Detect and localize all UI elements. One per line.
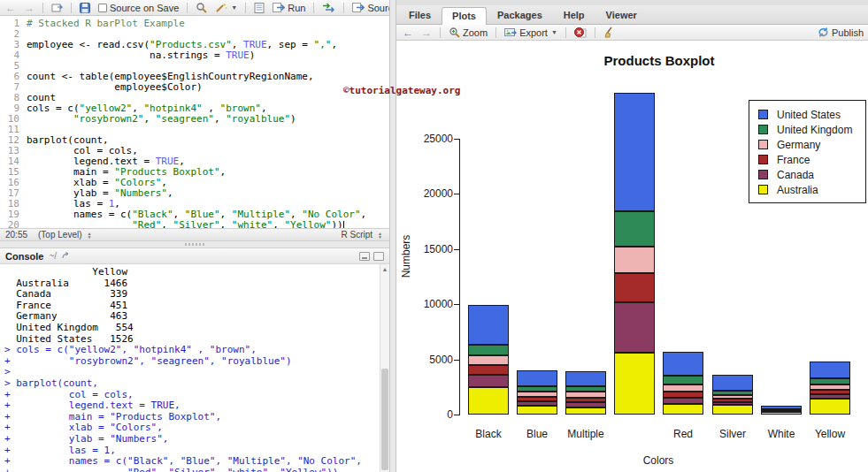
legend-label: Canada xyxy=(777,169,814,181)
legend-swatch xyxy=(758,185,768,194)
legend-swatch xyxy=(758,140,768,149)
plot-canvas: Products Boxplot Numbers Colors 05000100… xyxy=(396,41,868,472)
editor-line[interactable]: 10 "rosybrown2", "seagreen", "royalblue"… xyxy=(0,114,389,125)
zoom-button[interactable]: Zoom xyxy=(447,26,489,39)
bar-segment xyxy=(468,365,509,375)
bar-segment xyxy=(712,399,753,402)
export-button[interactable]: Export ▼ xyxy=(503,27,559,39)
next-plot-button[interactable]: → xyxy=(419,27,434,38)
editor-line[interactable]: 4 na.strings = TRUE) xyxy=(0,50,389,61)
bar-segment xyxy=(810,390,850,395)
bar-segment xyxy=(712,395,753,399)
separator xyxy=(42,3,43,13)
tab-help[interactable]: Help xyxy=(553,6,595,24)
source-console-pane: ← → Source on Save ▼ Run xyxy=(0,0,389,472)
forward-button[interactable]: → xyxy=(22,3,36,13)
source-icon xyxy=(352,3,365,12)
separator xyxy=(245,3,246,13)
separator xyxy=(565,27,566,38)
file-type-label: R Script xyxy=(341,230,373,240)
legend-label: Australia xyxy=(777,184,818,196)
open-in-new-window-button[interactable] xyxy=(50,2,65,13)
source-toolbar: ← → Source on Save ▼ Run xyxy=(0,0,389,16)
bar-segment xyxy=(712,391,753,395)
zoom-magnifier-icon xyxy=(449,27,460,38)
bar-segment xyxy=(712,375,753,391)
bar-segment xyxy=(810,384,850,390)
bar-segment xyxy=(614,353,655,415)
minimize-button[interactable] xyxy=(359,252,370,261)
legend-item: United Kingdom xyxy=(758,122,860,137)
editor-code[interactable]: 1# Stacked R barPlot Example23employee <… xyxy=(0,16,389,228)
bar-segment xyxy=(663,398,703,404)
bar-segment xyxy=(761,406,802,409)
console-window-buttons xyxy=(359,252,384,261)
splitter-grip xyxy=(185,243,204,246)
bar-segment xyxy=(663,376,703,384)
forward-icon: → xyxy=(421,28,432,37)
find-replace-button[interactable] xyxy=(194,1,209,14)
back-button[interactable]: ← xyxy=(4,3,18,13)
legend-swatch xyxy=(758,125,768,134)
previous-plot-button[interactable]: ← xyxy=(401,27,415,38)
publish-button[interactable]: Publish xyxy=(818,27,864,38)
console-line: + names = c("Black", "Blue", "Multiple",… xyxy=(4,456,380,468)
source-on-save-toggle[interactable]: Source on Save xyxy=(96,2,181,14)
tab-viewer[interactable]: Viewer xyxy=(595,6,648,24)
separator xyxy=(313,3,314,13)
updown-icon: ▲▼ xyxy=(88,232,92,239)
console-scrollbar[interactable]: ▲ xyxy=(380,264,389,472)
console-output[interactable]: Yellow Australia 1466 Canada 339 France … xyxy=(0,264,380,472)
bar-segment xyxy=(565,371,606,387)
x-tick-label: White xyxy=(755,428,808,440)
scope-selector[interactable]: (Top Level) ▲▼ xyxy=(36,229,93,240)
legend-swatch xyxy=(758,155,768,164)
save-button[interactable] xyxy=(78,2,92,14)
horizontal-splitter[interactable] xyxy=(0,241,389,248)
bar-segment xyxy=(810,378,850,384)
remove-plot-button[interactable] xyxy=(572,27,588,39)
y-axis-tick xyxy=(454,415,459,415)
scroll-up-icon[interactable]: ▲ xyxy=(380,264,389,275)
bar-segment xyxy=(810,394,850,398)
run-button[interactable]: Run xyxy=(271,2,307,14)
updown-icon: ▲▼ xyxy=(378,232,382,239)
x-tick-label: Multiple xyxy=(559,428,612,440)
vertical-splitter[interactable] xyxy=(389,0,396,472)
tab-files[interactable]: Files xyxy=(398,6,442,24)
legend-label: France xyxy=(777,154,810,166)
console-header: Console ~/ xyxy=(0,248,389,264)
x-tick-label: Blue xyxy=(511,428,564,440)
editor-line[interactable]: 20 "Red", "Silver", "white", "Yellow")) xyxy=(0,220,389,228)
bar-segment xyxy=(517,397,557,401)
bar-segment xyxy=(663,392,703,398)
editor-line[interactable]: 7 employee$Color) xyxy=(0,82,389,93)
tab-plots[interactable]: Plots xyxy=(442,7,487,25)
bar-segment xyxy=(712,402,753,405)
chart-legend: United StatesUnited KingdomGermanyFrance… xyxy=(749,100,866,203)
scrollbar-thumb[interactable] xyxy=(381,369,388,470)
code-text: "Red", "Silver", "white", "Yellow")) xyxy=(27,220,344,228)
source-on-save-label: Source on Save xyxy=(110,3,179,13)
bar-segment xyxy=(614,211,655,247)
y-tick-label: 15000 xyxy=(411,243,453,255)
file-type-selector[interactable]: R Script ▲▼ xyxy=(339,229,384,240)
compile-report-button[interactable] xyxy=(252,2,266,14)
bar-segment xyxy=(468,387,509,415)
maximize-button[interactable] xyxy=(373,252,384,261)
clear-all-plots-button[interactable] xyxy=(602,26,618,39)
source-on-save-checkbox[interactable] xyxy=(98,4,107,12)
console-line: + ylab = "Numbers", xyxy=(4,434,380,445)
separator xyxy=(187,3,188,13)
goto-directory-icon[interactable] xyxy=(62,252,72,260)
save-icon xyxy=(80,3,90,13)
x-tick-label: Black xyxy=(462,428,515,440)
editor-line[interactable]: 1# Stacked R barPlot Example xyxy=(0,19,389,29)
bar-segment xyxy=(468,305,509,345)
plots-pane: Files Plots Packages Help Viewer ← → Zoo… xyxy=(396,0,868,472)
tab-packages[interactable]: Packages xyxy=(487,6,553,24)
zoom-label: Zoom xyxy=(463,27,488,38)
code-tools-button[interactable]: ▼ xyxy=(213,2,239,14)
editor-status-bar: 20:55 (Top Level) ▲▼ R Script ▲▼ xyxy=(0,228,389,241)
rerun-button[interactable] xyxy=(320,2,337,13)
